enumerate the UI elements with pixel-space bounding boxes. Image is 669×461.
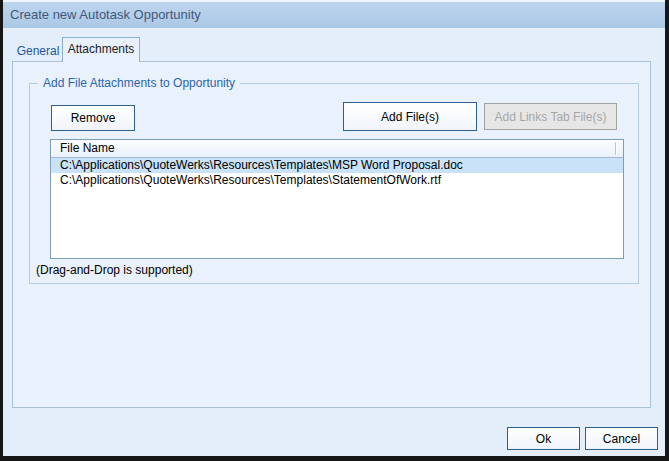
file-list-header[interactable]: File Name [51,140,623,158]
file-list[interactable]: File Name C:\Applications\QuoteWerks\Res… [50,139,624,259]
drag-drop-note: (Drag-and-Drop is supported) [36,263,193,277]
file-attachments-groupbox: Add File Attachments to Opportunity Remo… [29,83,639,284]
attachments-tab-page: Add File Attachments to Opportunity Remo… [12,61,651,408]
list-item-file[interactable]: C:\Applications\QuoteWerks\Resources\Tem… [51,173,623,188]
add-links-tab-files-button[interactable]: Add Links Tab File(s) [484,103,617,130]
title-bar[interactable]: Create new Autotask Opportunity [3,0,665,28]
window-title: Create new Autotask Opportunity [10,7,201,22]
add-files-button[interactable]: Add File(s) [343,102,477,131]
column-header-file-name[interactable]: File Name [60,141,115,155]
groupbox-title: Add File Attachments to Opportunity [38,76,240,90]
remove-button[interactable]: Remove [51,105,135,131]
list-item-file[interactable]: C:\Applications\QuoteWerks\Resources\Tem… [51,158,623,173]
window-border-right [665,0,669,461]
dialog-body: General Attachments Add File Attachments… [3,28,665,456]
tab-attachments[interactable]: Attachments [62,37,140,62]
cancel-button[interactable]: Cancel [585,427,658,450]
ok-button[interactable]: Ok [507,427,580,450]
column-divider [615,142,616,155]
tab-general[interactable]: General [14,42,62,61]
dialog-window: Create new Autotask Opportunity General … [0,0,669,461]
window-border-bottom [0,456,669,461]
